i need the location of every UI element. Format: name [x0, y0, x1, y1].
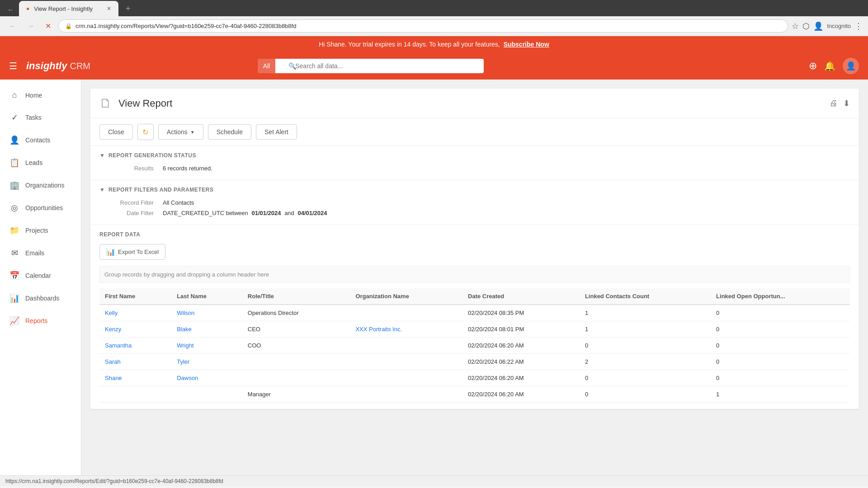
sidebar-item-reports[interactable]: 📈 Reports	[0, 310, 81, 332]
table-cell[interactable]: Tyler	[171, 354, 242, 370]
sidebar-item-projects[interactable]: 📁 Projects	[0, 219, 81, 242]
table-cell: 02/20/2024 08:01 PM	[462, 321, 580, 338]
menu-icon[interactable]: ⋮	[854, 21, 863, 31]
tab-close-icon[interactable]: ✕	[107, 5, 111, 12]
profile-icon[interactable]: 👤	[813, 21, 823, 31]
table-cell[interactable]: Kenzy	[99, 321, 171, 338]
results-row: Results 6 records returned.	[99, 163, 850, 174]
browser-back-btn[interactable]: ←	[5, 4, 17, 16]
sidebar-item-contacts[interactable]: 👤 Contacts	[0, 129, 81, 151]
sidebar-label-reports: Reports	[25, 317, 47, 324]
table-cell	[350, 338, 462, 354]
subscribe-link[interactable]: Subscribe Now	[504, 41, 549, 48]
table-cell-link[interactable]: Wright	[177, 342, 193, 349]
hamburger-menu-icon[interactable]: ☰	[9, 61, 17, 71]
table-cell[interactable]: XXX Portraits Inc.	[350, 321, 462, 338]
sidebar-item-opportunities[interactable]: ◎ Opportunities	[0, 197, 81, 219]
report-filters-header[interactable]: ▼ REPORT FILTERS AND PARAMETERS	[99, 187, 850, 193]
record-filter-row: Record Filter All Contacts	[99, 197, 850, 208]
search-all-button[interactable]: All	[258, 59, 276, 73]
table-cell-link[interactable]: Samantha	[105, 342, 132, 349]
dashboards-icon: 📊	[9, 293, 20, 303]
sidebar-item-dashboards[interactable]: 📊 Dashboards	[0, 287, 81, 310]
date-filter-prefix: DATE_CREATED_UTC between	[163, 210, 248, 216]
table-cell: 02/20/2024 06:22 AM	[462, 354, 580, 370]
add-icon[interactable]: ⊕	[809, 60, 817, 72]
actions-dropdown-icon: ▼	[190, 130, 195, 135]
table-cell: 0	[711, 305, 850, 321]
active-tab[interactable]: ● View Report - Insightly ✕	[19, 1, 118, 16]
refresh-button[interactable]: ↻	[137, 124, 154, 140]
table-cell-link[interactable]: Blake	[177, 326, 192, 333]
panel-header: 🗋 View Report 🖨 ⬇	[90, 89, 859, 118]
table-cell-link[interactable]: Dawson	[177, 375, 198, 381]
table-cell[interactable]: Dawson	[171, 370, 242, 386]
reload-button[interactable]: ✕	[42, 20, 55, 32]
sidebar-item-calendar[interactable]: 📅 Calendar	[0, 264, 81, 287]
sidebar-item-leads[interactable]: 📋 Leads	[0, 151, 81, 174]
table-cell[interactable]	[171, 386, 242, 403]
table-cell: 02/20/2024 06:20 AM	[462, 338, 580, 354]
table-cell: Manager	[242, 386, 350, 403]
table-cell-link[interactable]: Kenzy	[105, 326, 121, 333]
opportunities-icon: ◎	[9, 203, 20, 213]
toolbar: Close ↻ Actions ▼ Schedule Set Alert	[90, 118, 859, 146]
search-container: All ▼ 🔍	[258, 59, 484, 73]
close-button[interactable]: Close	[99, 124, 133, 140]
sidebar-item-tasks[interactable]: ✓ Tasks	[0, 106, 81, 129]
print-icon[interactable]: 🖨	[830, 99, 838, 108]
sidebar-item-home[interactable]: ⌂ Home	[0, 84, 81, 106]
extension-icon[interactable]: ⬡	[802, 21, 810, 31]
panel-right-actions: 🖨 ⬇	[830, 99, 850, 108]
report-data-title: REPORT DATA	[99, 231, 850, 238]
table-cell-link[interactable]: XXX Portraits Inc.	[355, 326, 402, 333]
download-icon[interactable]: ⬇	[843, 99, 850, 108]
table-cell	[350, 386, 462, 403]
record-filter-value: All Contacts	[163, 199, 194, 206]
calendar-icon: 📅	[9, 271, 20, 281]
new-tab-btn[interactable]: +	[120, 1, 136, 16]
table-cell[interactable]: Samantha	[99, 338, 171, 354]
table-cell[interactable]: Blake	[171, 321, 242, 338]
table-cell[interactable]: Wright	[171, 338, 242, 354]
table-cell[interactable]: Wilson	[171, 305, 242, 321]
notification-icon[interactable]: 🔔	[824, 61, 835, 71]
table-cell[interactable]: Shane	[99, 370, 171, 386]
data-table: First Name Last Name Role/Title Organiza…	[99, 288, 850, 403]
actions-dropdown-button[interactable]: Actions ▼	[158, 124, 203, 140]
table-cell-link[interactable]: Wilson	[177, 310, 194, 316]
forward-button[interactable]: →	[24, 20, 38, 32]
sidebar-label-dashboards: Dashboards	[25, 295, 60, 302]
table-cell: 0	[711, 338, 850, 354]
table-cell-link[interactable]: Sarah	[105, 358, 121, 365]
table-cell-link[interactable]: Shane	[105, 375, 122, 381]
sidebar-item-emails[interactable]: ✉ Emails	[0, 242, 81, 264]
tab-favicon: ●	[26, 5, 29, 12]
address-bar[interactable]: 🔒 crm.na1.insightly.com/Reports/View/?gu…	[58, 19, 788, 33]
sidebar: ⌂ Home ✓ Tasks 👤 Contacts 📋 Leads 🏢 Orga…	[0, 80, 81, 475]
search-input[interactable]	[275, 59, 483, 73]
table-header-row: First Name Last Name Role/Title Organiza…	[99, 288, 850, 305]
table-cell: 02/20/2024 06:20 AM	[462, 386, 580, 403]
sidebar-item-organizations[interactable]: 🏢 Organizations	[0, 174, 81, 197]
search-dropdown-icon: ▼	[278, 64, 282, 69]
status-bar: https://crm.na1.insightly.com/Reports/Ed…	[0, 475, 868, 486]
table-cell[interactable]	[99, 386, 171, 403]
report-generation-header[interactable]: ▼ REPORT GENERATION STATUS	[99, 152, 850, 159]
back-button[interactable]: ←	[5, 20, 20, 32]
table-cell-link[interactable]: Tyler	[177, 358, 189, 365]
table-cell[interactable]: Kelly	[99, 305, 171, 321]
schedule-button[interactable]: Schedule	[208, 124, 251, 140]
table-cell[interactable]: Sarah	[99, 354, 171, 370]
excel-icon: 📊	[106, 248, 115, 256]
set-alert-button[interactable]: Set Alert	[256, 124, 297, 140]
export-button[interactable]: 📊 Export To Excel	[99, 244, 165, 260]
report-generation-section: ▼ REPORT GENERATION STATUS Results 6 rec…	[90, 146, 859, 180]
table-cell-link[interactable]: Kelly	[105, 310, 118, 316]
incognito-label: Incognito	[827, 23, 851, 29]
table-row: SamanthaWrightCOO02/20/2024 06:20 AM00	[99, 338, 850, 354]
date-filter-date1: 01/01/2024	[251, 210, 281, 216]
avatar[interactable]: 👤	[843, 58, 859, 74]
report-page-icon: 🗋	[99, 96, 112, 111]
bookmark-icon[interactable]: ☆	[792, 21, 799, 31]
